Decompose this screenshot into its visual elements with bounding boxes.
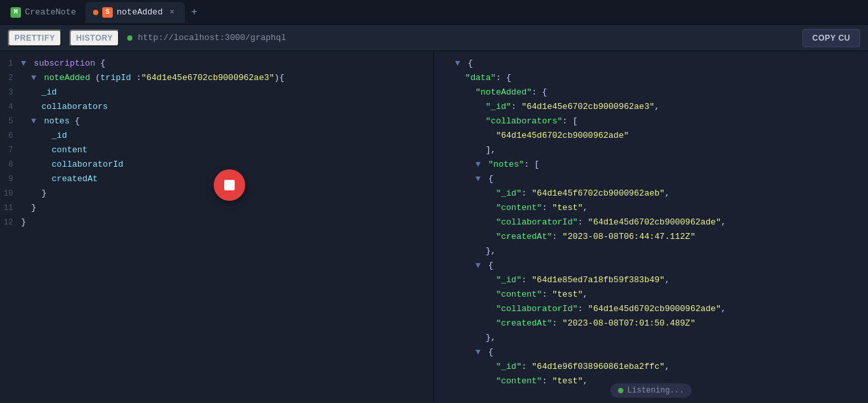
response-line-content: "collaboratorId": "64d1e45d6702cb9000962…: [455, 216, 868, 229]
line-number: 7: [0, 144, 21, 157]
prettify-button[interactable]: PRETTIFY: [8, 30, 62, 47]
line-content: }: [21, 216, 433, 229]
tab-bar: M CreateNote S noteAdded × +: [0, 0, 868, 25]
editor-line: 4 collaborators: [0, 100, 433, 114]
response-line: "createdAt": "2023-08-08T06:44:47.112Z": [434, 230, 868, 244]
response-line-content: "_id": "64d1e45e6702cb9000962ae3",: [455, 100, 868, 114]
copy-curl-button[interactable]: COPY CU: [802, 29, 860, 47]
line-content: }: [21, 202, 433, 215]
response-line: "collaborators": [: [434, 114, 868, 129]
response-line: "_id": "64d1e85ed7a18fb59f383b49",: [434, 273, 868, 287]
line-number: 9: [0, 173, 21, 186]
response-line-content: "_id": "64d1e85ed7a18fb59f383b49",: [455, 274, 868, 287]
response-line: ▼ "notes": [: [434, 158, 868, 172]
url-text: http://localhost:3000/graphql: [138, 33, 286, 43]
response-line-content: "content": "test",: [455, 202, 868, 215]
url-display: http://localhost:3000/graphql: [127, 33, 795, 43]
response-line: ▼ {: [434, 259, 868, 273]
stop-button[interactable]: [214, 169, 245, 201]
editor-line: 6 _id: [0, 129, 433, 143]
response-line: "64d1e45d6702cb9000962ade": [434, 129, 868, 143]
response-line-content: "createdAt": "2023-08-08T06:44:47.112Z": [455, 230, 868, 244]
line-number: 3: [0, 86, 21, 99]
editor-line: 5 ▼ notes {: [0, 114, 433, 129]
editor-line: 12}: [0, 215, 433, 230]
tab-close-button[interactable]: ×: [167, 7, 177, 18]
line-number: 11: [0, 202, 21, 215]
listening-badge: Listening...: [610, 383, 692, 398]
response-line-content: ▼ {: [455, 346, 868, 359]
tab-create-note[interactable]: M CreateNote: [3, 2, 84, 23]
line-number: 8: [0, 158, 21, 171]
response-line-content: ▼ {: [455, 173, 868, 186]
editor-line: 11 }: [0, 201, 433, 215]
response-panel: ▼ { "data": { "noteAdded": { "_id": "64d…: [434, 51, 868, 403]
line-number: 6: [0, 129, 21, 142]
response-line: "createdAt": "2023-08-08T07:01:50.489Z": [434, 316, 868, 331]
response-line: },: [434, 244, 868, 259]
response-line-content: ▼ {: [455, 57, 868, 70]
response-code: ▼ { "data": { "noteAdded": { "_id": "64d…: [434, 56, 868, 389]
listening-dot: [618, 388, 623, 393]
response-line-content: ▼ "notes": [: [455, 158, 868, 171]
response-line: },: [434, 331, 868, 345]
response-line: ],: [434, 143, 868, 158]
response-line-content: "64d1e45d6702cb9000962ade": [455, 129, 868, 142]
line-content: _id: [21, 129, 433, 142]
response-line-content: ▼ {: [455, 259, 868, 272]
line-number: 4: [0, 100, 21, 114]
line-content: ▼ noteAdded (tripId :"64d1e45e6702cb9000…: [21, 72, 433, 85]
response-line-content: "collaboratorId": "64d1e45d6702cb9000962…: [455, 303, 868, 316]
tab-label-note-added: noteAdded: [117, 7, 163, 17]
tab-icon-create-note: M: [10, 7, 21, 18]
line-content: content: [21, 144, 433, 157]
response-line: "_id": "64d1e45f6702cb9000962aeb",: [434, 186, 868, 201]
listening-text: Listening...: [627, 386, 684, 395]
editor-line: 7 content: [0, 143, 433, 158]
response-line-content: "createdAt": "2023-08-08T07:01:50.489Z": [455, 317, 868, 330]
response-line-content: "_id": "64d1e96f038960861eba2ffc",: [455, 360, 868, 373]
response-line-content: "collaborators": [: [455, 115, 868, 128]
editor-panel: 1▼ subscription {2 ▼ noteAdded (tripId :…: [0, 51, 434, 403]
editor-line: 3 _id: [0, 85, 433, 100]
response-line-content: ],: [455, 144, 868, 157]
editor-line: 1▼ subscription {: [0, 56, 433, 71]
response-line: "noteAdded": {: [434, 85, 868, 100]
response-line: "content": "test",: [434, 287, 868, 302]
stop-icon: [224, 180, 235, 190]
tab-label-create-note: CreateNote: [25, 7, 76, 17]
response-line: "content": "test",: [434, 201, 868, 215]
response-line-content: },: [455, 245, 868, 258]
main-content: 1▼ subscription {2 ▼ noteAdded (tripId :…: [0, 51, 868, 403]
response-line-content: "noteAdded": {: [455, 86, 868, 99]
line-number: 1: [0, 57, 21, 70]
tab-dot-note-added: [93, 10, 98, 15]
tab-icon-note-added: S: [102, 7, 113, 18]
response-line-content: "content": "test",: [455, 288, 868, 301]
editor-code: 1▼ subscription {2 ▼ noteAdded (tripId :…: [0, 56, 433, 230]
toolbar: PRETTIFY HISTORY http://localhost:3000/g…: [0, 25, 868, 51]
response-line: "data": {: [434, 71, 868, 85]
response-line: "collaboratorId": "64d1e45d6702cb9000962…: [434, 302, 868, 316]
response-line-content: "_id": "64d1e45f6702cb9000962aeb",: [455, 187, 868, 200]
tab-note-added[interactable]: S noteAdded ×: [85, 2, 185, 23]
line-content: collaborators: [21, 100, 433, 114]
editor-line: 8 collaboratorId: [0, 158, 433, 172]
line-number: 10: [0, 187, 21, 200]
line-content: _id: [21, 86, 433, 99]
response-line: ▼ {: [434, 345, 868, 360]
response-line: "collaboratorId": "64d1e45d6702cb9000962…: [434, 215, 868, 230]
editor-line: 2 ▼ noteAdded (tripId :"64d1e45e6702cb90…: [0, 71, 433, 85]
response-line: "_id": "64d1e96f038960861eba2ffc",: [434, 360, 868, 374]
line-number: 5: [0, 115, 21, 128]
response-line: "_id": "64d1e45e6702cb9000962ae3",: [434, 100, 868, 114]
url-status-dot: [127, 35, 132, 41]
history-button[interactable]: HISTORY: [69, 30, 119, 47]
line-number: 2: [0, 72, 21, 85]
line-content: ▼ subscription {: [21, 57, 433, 70]
response-line-content: "data": {: [455, 72, 868, 85]
response-line: ▼ {: [434, 172, 868, 186]
line-content: ▼ notes {: [21, 115, 433, 128]
response-line: ▼ {: [434, 56, 868, 71]
tab-add-button[interactable]: +: [186, 5, 202, 20]
